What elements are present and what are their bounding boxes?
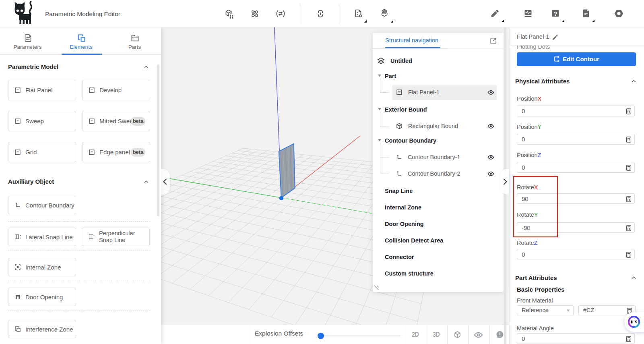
svg-text:?: ? xyxy=(553,10,557,17)
